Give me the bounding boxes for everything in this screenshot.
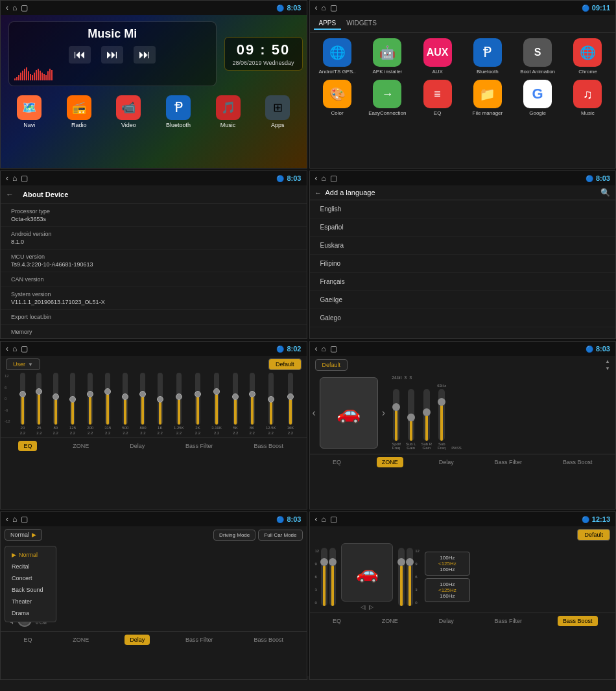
app-google[interactable]: G Google [515,80,560,116]
app-androits[interactable]: 🌐 AndroITS GPS.. [315,38,360,75]
eq-slider-1[interactable]: 25 2.2 [36,373,41,435]
home-icon-1[interactable]: ⌂ [12,3,17,12]
zone-preset-btn[interactable]: Default [315,359,348,371]
app-music[interactable]: 🎵 Music [216,95,241,128]
eq-slider-8[interactable]: 1K 2.2 [158,373,163,435]
nav-zone-6[interactable]: ZONE [377,457,403,467]
spdif-slider[interactable]: SpdifFreq [392,389,401,450]
nav-eq-6[interactable]: EQ [327,457,346,467]
nav-bassboost-6[interactable]: Bass Boost [558,457,598,467]
eq-slider-11[interactable]: 3.19K 2.2 [211,373,222,435]
subr-slider[interactable]: Sub RGain [421,389,432,450]
eq-slider-5[interactable]: 315 2.2 [104,373,111,435]
eq-slider-15[interactable]: 16K 2.2 [287,373,294,435]
back-icon-7[interactable]: ‹ [6,515,8,524]
mode-normal[interactable]: ▶ Normal [5,549,56,561]
app-boot[interactable]: S Boot Animation [515,38,560,75]
eq-slider-13[interactable]: 8K 2.2 [249,373,254,435]
app-bt-grid[interactable]: Ᵽ Bluetooth [465,38,510,75]
nav-bassboost-8[interactable]: Bass Boost [558,616,598,626]
bassboost-default-btn[interactable]: Default [577,529,610,541]
nav-bassboost-5[interactable]: Bass Boost [249,441,289,451]
play-btn[interactable]: ⏭ [101,46,123,64]
driving-mode-btn[interactable]: Driving Mode [213,530,255,541]
square-icon-1[interactable]: ▢ [21,3,28,12]
mode-concert[interactable]: Concert [5,572,56,584]
nav-zone-5[interactable]: ZONE [67,441,94,451]
nav-zone-8[interactable]: ZONE [377,616,403,626]
nav-zone-7[interactable]: ZONE [67,635,94,645]
square-icon-3[interactable]: ▢ [21,174,28,183]
lang-english[interactable]: English [310,200,616,218]
square-icon-5[interactable]: ▢ [21,344,28,353]
next-btn[interactable]: ⏭ [134,46,156,64]
nav-bassfilter-8[interactable]: Bass Filter [490,616,528,626]
nav-delay-7[interactable]: Delay [124,635,150,645]
app-music-grid[interactable]: ♫ Music [565,80,610,116]
about-export[interactable]: Export locat.bin [1,310,307,325]
app-eq-grid[interactable]: ≡ EQ [415,80,460,116]
eq-slider-2[interactable]: 80 2.2 [53,373,58,435]
eq-slider-9[interactable]: 1.25K 2.2 [174,373,184,435]
app-navi[interactable]: 🗺️ Navi [17,95,41,128]
zone-right-arrow[interactable]: › [382,407,385,419]
nav-bassfilter-7[interactable]: Bass Filter [180,635,219,645]
home-icon-6[interactable]: ⌂ [322,344,326,353]
home-icon-4[interactable]: ⌂ [322,174,326,183]
nav-eq-8[interactable]: EQ [327,616,346,626]
zone-left-arrow[interactable]: ‹ [313,407,316,419]
fullcar-mode-btn[interactable]: Full Car Mode [258,530,302,541]
app-apk[interactable]: 🤖 APK installer [365,38,410,75]
delay-preset-dropdown[interactable]: Normal ▶ [5,529,42,541]
bass-left-slider-2[interactable] [329,548,336,606]
app-apps[interactable]: ⊞ Apps [265,95,290,128]
back-icon-4[interactable]: ‹ [315,174,318,183]
lang-euskara[interactable]: Euskara [310,237,616,255]
nav-bassfilter-6[interactable]: Bass Filter [490,457,528,467]
square-icon-8[interactable]: ▢ [330,515,337,524]
app-files[interactable]: 📁 File manager [465,80,510,116]
lang-espanol[interactable]: Español [310,218,616,237]
nav-eq-7[interactable]: EQ [18,635,37,645]
nav-bassboost-7[interactable]: Bass Boost [249,635,289,645]
home-icon-7[interactable]: ⌂ [12,515,17,524]
bass-right-slider-1[interactable] [398,548,405,606]
app-bluetooth[interactable]: Ᵽ Bluetooth [166,95,191,128]
mode-theater[interactable]: Theater [5,596,56,607]
eq-default-btn[interactable]: Default [268,358,302,370]
nav-delay-5[interactable]: Delay [124,441,150,451]
eq-slider-7[interactable]: 800 2.2 [139,373,146,435]
back-icon-2[interactable]: ‹ [315,3,318,12]
nav-delay-6[interactable]: Delay [434,457,459,467]
about-memory[interactable]: Memory [1,325,307,339]
lang-francais[interactable]: Français [310,273,616,291]
back-icon-6[interactable]: ‹ [315,344,318,353]
home-icon-8[interactable]: ⌂ [322,515,326,524]
tab-apps[interactable]: APPS [314,18,342,30]
back-icon-8[interactable]: ‹ [315,515,318,524]
search-icon[interactable]: 🔍 [600,188,610,197]
app-color[interactable]: 🎨 Color [315,80,360,116]
app-radio[interactable]: 📻 Radio [67,95,91,128]
zone-up-btn[interactable]: ▲ [605,358,610,364]
lang-back[interactable]: ← [315,189,322,196]
eq-slider-10[interactable]: 2K 2.2 [195,373,200,435]
eq-preset-btn[interactable]: User ▼ [6,358,40,370]
subfreq-slider[interactable]: 63Hz SubFreq [437,384,446,450]
mode-backsound[interactable]: Back Sound [5,584,56,596]
eq-slider-14[interactable]: 12.5K 2.2 [266,373,276,435]
square-icon-2[interactable]: ▢ [330,3,337,12]
home-icon-5[interactable]: ⌂ [12,344,17,353]
lang-filipino[interactable]: Filipino [310,255,616,273]
square-icon-6[interactable]: ▢ [330,344,337,353]
eq-slider-4[interactable]: 200 2.2 [87,373,93,435]
bass-left-slider-1[interactable] [321,548,327,606]
home-icon-3[interactable]: ⌂ [12,174,17,183]
eq-slider-3[interactable]: 125 2.2 [69,373,76,435]
about-back-arrow[interactable]: ← [6,190,14,199]
eq-slider-12[interactable]: 5K 2.2 [233,373,238,435]
nav-delay-8[interactable]: Delay [434,616,459,626]
eq-slider-6[interactable]: 500 2.2 [122,373,128,435]
app-chrome[interactable]: 🌐 Chrome [565,38,610,75]
mode-recital[interactable]: Recital [5,561,56,572]
